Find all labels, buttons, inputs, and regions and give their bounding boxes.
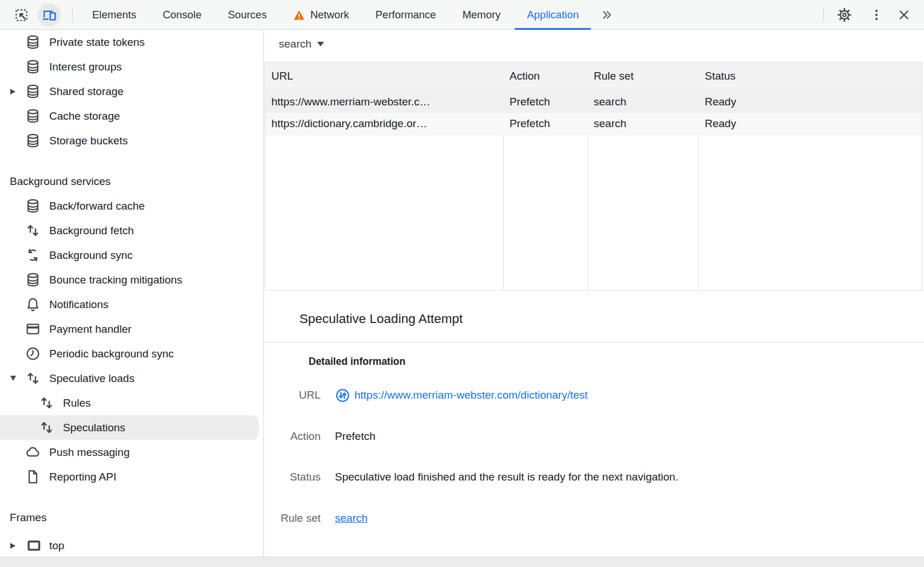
attempt-section-title: Speculative Loading Attempt [299, 312, 463, 326]
sidebar-item-speculative-loads[interactable]: Speculative loads [0, 366, 263, 391]
ruleset-filter-dropdown[interactable]: search [279, 38, 324, 50]
database-icon [25, 84, 41, 99]
detail-row-url: URL https://www.merriam-webster.com/dict… [264, 387, 924, 404]
kebab-menu-icon [870, 8, 883, 22]
toolbar-divider [823, 7, 824, 22]
sidebar-item-shared-storage[interactable]: Shared storage [0, 79, 263, 104]
sidebar-item-speculations[interactable]: Speculations [0, 415, 259, 440]
up-down-arrows-icon [25, 223, 41, 238]
cell-action: Prefetch [503, 90, 587, 113]
table-header-row: URL Action Rule set Status [265, 62, 922, 90]
tab-performance[interactable]: Performance [362, 0, 449, 30]
detail-row-action: Action Prefetch [264, 428, 924, 445]
tab-network[interactable]: Network [280, 0, 362, 30]
cell-rule-set: search [587, 113, 698, 135]
detail-row-status: Status Speculative load finished and the… [264, 468, 924, 486]
detail-row-rule-set: Rule set search [264, 510, 924, 527]
sidebar-item-private-state-tokens[interactable]: Private state tokens [0, 30, 263, 54]
speculations-panel: search URL Action Rule set Status https:… [264, 30, 924, 557]
sidebar-item-background-sync[interactable]: Background sync [0, 243, 263, 267]
column-header-status[interactable]: Status [698, 62, 922, 89]
warning-icon [293, 9, 305, 21]
database-icon [25, 34, 41, 50]
tab-application[interactable]: Application [514, 0, 592, 30]
column-header-url[interactable]: URL [265, 62, 503, 89]
sidebar-item-back-forward-cache[interactable]: Back/forward cache [0, 194, 263, 218]
toolbar-divider [72, 7, 73, 22]
customize-devtools-button[interactable] [865, 3, 888, 26]
cell-url: https://www.merriam-webster.c… [265, 90, 503, 113]
column-header-action[interactable]: Action [503, 62, 587, 89]
tab-sources[interactable]: Sources [215, 0, 280, 30]
sync-icon [25, 247, 41, 263]
circle-up-down-arrows-icon [335, 388, 350, 403]
chevron-down-icon[interactable] [10, 376, 16, 381]
sidebar-item-top-frame[interactable]: top [0, 533, 263, 557]
tab-elements[interactable]: Elements [79, 0, 149, 30]
database-icon [25, 272, 41, 288]
detail-label: Status [264, 468, 321, 486]
sidebar-section-background-services: Background services [0, 169, 263, 194]
application-sidebar: Private state tokens Interest groups Sha… [0, 30, 264, 557]
database-icon [25, 133, 41, 148]
detail-label: Action [264, 428, 321, 445]
database-icon [25, 198, 41, 214]
chevron-right-icon[interactable] [10, 543, 15, 549]
inspect-icon [14, 8, 29, 22]
detail-label: Rule set [264, 510, 321, 527]
rule-set-link[interactable]: search [335, 512, 368, 524]
settings-button[interactable] [833, 3, 856, 26]
close-icon [897, 8, 911, 22]
devtools-tabbar: Elements Console Sources Network Perform… [0, 0, 924, 30]
sidebar-item-payment-handler[interactable]: Payment handler [0, 317, 263, 341]
sidebar-section-frames: Frames [0, 505, 263, 530]
up-down-arrows-icon [39, 395, 54, 411]
dropdown-arrow-icon [317, 42, 324, 46]
panel-tabs: Elements Console Sources Network Perform… [79, 0, 622, 30]
attempt-url-link[interactable]: https://www.merriam-webster.com/dictiona… [354, 387, 588, 404]
cell-rule-set: search [587, 90, 698, 113]
sidebar-item-notifications[interactable]: Notifications [0, 292, 263, 317]
close-devtools-button[interactable] [893, 3, 915, 26]
device-toolbar-icon [42, 7, 57, 22]
toggle-device-toolbar-button[interactable] [38, 3, 61, 26]
table-row[interactable]: https://dictionary.cambridge.or… Prefetc… [265, 113, 922, 135]
detailed-information-heading: Detailed information [309, 356, 405, 368]
gear-icon [837, 7, 852, 22]
clock-icon [25, 346, 41, 361]
sidebar-item-cache-storage[interactable]: Cache storage [0, 104, 263, 128]
tab-console[interactable]: Console [149, 0, 215, 30]
sidebar-item-background-fetch[interactable]: Background fetch [0, 218, 263, 243]
chevron-right-icon[interactable] [10, 89, 15, 94]
tab-memory[interactable]: Memory [449, 0, 514, 30]
sidebar-item-bounce-tracking-mitigations[interactable]: Bounce tracking mitigations [0, 267, 263, 292]
sidebar-item-periodic-background-sync[interactable]: Periodic background sync [0, 341, 263, 366]
up-down-arrows-icon [25, 371, 41, 386]
frame-icon [25, 538, 41, 553]
sidebar-item-reporting-api[interactable]: Reporting API [0, 464, 263, 489]
double-chevron-right-icon [600, 8, 614, 22]
speculations-table: URL Action Rule set Status https://www.m… [264, 62, 922, 291]
bell-icon [25, 297, 41, 312]
detail-label: URL [264, 387, 321, 404]
cell-action: Prefetch [503, 113, 587, 135]
sidebar-item-interest-groups[interactable]: Interest groups [0, 54, 263, 79]
column-header-rule-set[interactable]: Rule set [587, 62, 698, 89]
inspect-element-button[interactable] [10, 3, 33, 26]
payment-card-icon [25, 321, 41, 337]
ruleset-filter-row: search [264, 30, 924, 62]
file-icon [25, 469, 41, 485]
sidebar-item-storage-buckets[interactable]: Storage buckets [0, 128, 263, 153]
database-icon [25, 59, 41, 74]
cell-status: Ready [698, 90, 922, 113]
table-row[interactable]: https://www.merriam-webster.c… Prefetch … [265, 90, 922, 113]
database-icon [25, 108, 41, 124]
detail-value: Speculative load finished and the result… [335, 468, 678, 486]
cell-url: https://dictionary.cambridge.or… [265, 113, 503, 135]
section-divider [264, 342, 924, 342]
more-tabs-button[interactable] [592, 0, 622, 30]
cloud-icon [25, 444, 41, 460]
detail-value: Prefetch [335, 428, 376, 445]
sidebar-item-push-messaging[interactable]: Push messaging [0, 440, 263, 464]
sidebar-item-rules[interactable]: Rules [0, 391, 263, 415]
